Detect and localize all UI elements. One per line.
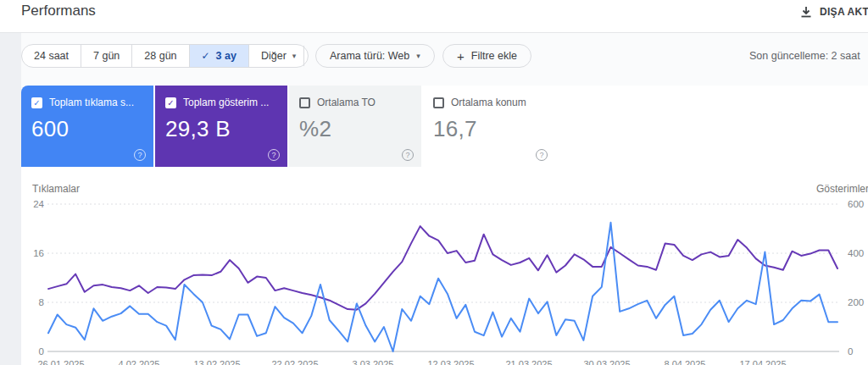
export-button[interactable]: DIŞA AKTAR <box>800 3 868 20</box>
x-tick: 3.03.2025 <box>353 359 394 365</box>
toolbar-separator <box>303 46 304 66</box>
range-28d[interactable]: 28 gün <box>131 45 188 67</box>
right-axis-title: Gösterimler <box>816 183 868 195</box>
left-axis-title: Tıklamalar <box>32 183 80 195</box>
chevron-down-icon: ▾ <box>292 45 297 67</box>
page-header: Performans DIŞA AKTAR <box>0 0 868 32</box>
range-other-dropdown[interactable]: Diğer ▾ <box>248 45 308 67</box>
checkbox-unchecked-icon[interactable] <box>299 97 310 108</box>
card-total-clicks[interactable]: ✓ Toplam tıklama s... 600 ? <box>21 86 153 167</box>
card-average-ctr[interactable]: Ortalama TO %2 ? <box>289 86 421 167</box>
check-icon: ✓ <box>202 45 210 67</box>
range-3m-selected[interactable]: ✓ 3 ay <box>189 45 248 67</box>
card-value: 16,7 <box>433 116 545 142</box>
right-tick: 0 <box>848 346 853 357</box>
card-total-impressions[interactable]: ✓ Toplam gösterim ... 29,3 B ? <box>155 86 287 167</box>
left-tick: 8 <box>19 296 44 308</box>
right-tick: 200 <box>848 296 864 308</box>
add-filter-label: Filtre ekle <box>471 50 517 62</box>
search-type-filter[interactable]: Arama türü: Web ▾ <box>315 44 435 68</box>
checkbox-checked-icon[interactable]: ✓ <box>165 97 176 108</box>
export-label: DIŞA AKTAR <box>820 6 868 18</box>
help-icon[interactable]: ? <box>268 149 280 161</box>
x-tick: 17.04.2025 <box>739 359 786 365</box>
x-tick: 30.03.2025 <box>583 359 630 365</box>
x-tick: 12.03.2025 <box>427 359 474 365</box>
add-filter-button[interactable]: + Filtre ekle <box>442 44 531 68</box>
x-tick: 13.02.2025 <box>193 359 240 365</box>
left-tick: 0 <box>19 346 44 357</box>
download-icon <box>800 6 812 18</box>
page-title: Performans <box>21 3 96 19</box>
card-label: Ortalama TO <box>317 97 376 108</box>
x-tick: 21.03.2025 <box>505 359 552 365</box>
x-tick: 8.04.2025 <box>665 359 706 365</box>
range-24h[interactable]: 24 saat <box>22 45 81 67</box>
chevron-down-icon: ▾ <box>416 52 420 60</box>
card-value: 600 <box>31 116 143 142</box>
checkbox-unchecked-icon[interactable] <box>433 97 444 108</box>
search-type-label: Arama türü: Web <box>330 50 409 62</box>
performance-page: Performans DIŞA AKTAR 24 saat 7 gün 28 g… <box>0 0 868 365</box>
card-value: 29,3 B <box>165 116 277 142</box>
x-tick: 26.01.2025 <box>37 359 84 365</box>
card-label: Toplam gösterim ... <box>183 97 269 108</box>
plus-icon: + <box>457 49 465 64</box>
checkbox-checked-icon[interactable]: ✓ <box>31 97 42 108</box>
left-tick: 24 <box>19 198 44 210</box>
card-label: Ortalama konum <box>451 97 526 108</box>
help-icon[interactable]: ? <box>134 149 146 161</box>
left-tick: 16 <box>19 247 44 259</box>
last-updated-text: Son güncelleme: 2 saat <box>749 50 860 62</box>
x-tick: 22.02.2025 <box>271 359 318 365</box>
card-label: Toplam tıklama s... <box>49 97 134 108</box>
card-average-position[interactable]: Ortalama konum 16,7 ? <box>423 86 555 167</box>
right-tick: 600 <box>848 198 864 210</box>
card-value: %2 <box>299 116 411 142</box>
range-7d[interactable]: 7 gün <box>81 45 131 67</box>
right-tick: 400 <box>848 247 864 259</box>
x-tick: 4.02.2025 <box>119 359 160 365</box>
date-range-group: 24 saat 7 gün 28 gün ✓ 3 ay Diğer ▾ <box>21 44 309 68</box>
help-icon[interactable]: ? <box>536 149 548 161</box>
help-icon[interactable]: ? <box>402 149 414 161</box>
